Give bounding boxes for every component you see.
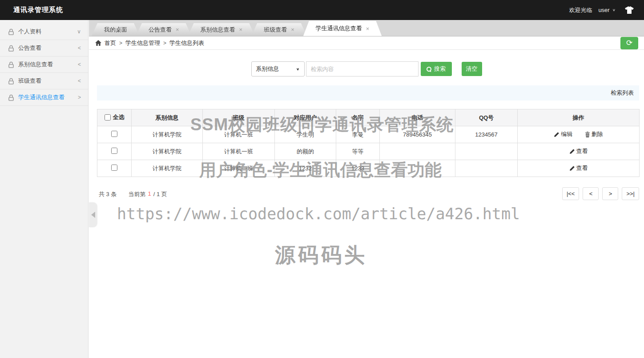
user-menu[interactable]: user ∨	[598, 7, 616, 13]
cell-qq	[455, 143, 518, 160]
cell-name: 等等	[336, 143, 380, 160]
tab-announcements[interactable]: 公告查看 ×	[136, 23, 192, 36]
pagination: 共 3 条 当前第 1 / 1 页 |<< < > >>|	[97, 187, 639, 201]
sidebar-item-student-contacts[interactable]: 学生通讯信息查看 >	[0, 89, 88, 106]
cell-phone: 789456345	[380, 126, 455, 143]
tab-label: 系别信息查看	[201, 23, 235, 36]
lock-icon	[8, 78, 14, 84]
student-table: 全选 系别信息 班级 对应用户 名字 电话 QQ号 操作 计算机学院 计算机一班	[97, 109, 640, 177]
select-all-checkbox[interactable]	[105, 114, 111, 121]
view-link[interactable]: 查看	[569, 164, 588, 172]
cell-user: 1232	[275, 160, 336, 177]
cell-name: 1233	[336, 160, 380, 177]
lock-icon	[8, 45, 14, 52]
welcome-text: 欢迎光临	[569, 6, 592, 14]
table-wrap: 全选 系别信息 班级 对应用户 名字 电话 QQ号 操作 计算机学院 计算机一班	[97, 109, 639, 177]
clear-button[interactable]: 清空	[462, 62, 482, 76]
chevron-left-icon: <	[78, 61, 81, 68]
delete-link[interactable]: 删除	[585, 130, 603, 138]
triangle-left-icon	[91, 212, 95, 218]
next-page-button[interactable]: >	[602, 187, 618, 200]
last-page-button[interactable]: >>|	[622, 187, 639, 200]
cell-dept: 计算机学院	[132, 160, 203, 177]
chevron-left-icon: <	[78, 78, 81, 84]
tab-student-contacts[interactable]: 学生通讯信息查看 ×	[303, 21, 382, 36]
tab-bar: 我的桌面 公告查看 × 系别信息查看 × 班级查看 × 学生通讯信息查看 ×	[89, 20, 644, 36]
breadcrumb-student-info-mgmt[interactable]: 学生信息管理	[125, 39, 160, 47]
select-all-cell: 全选	[97, 109, 132, 126]
cell-class: 计算机一班	[203, 126, 275, 143]
cell-class: 计算机一班	[203, 160, 275, 177]
row-checkbox[interactable]	[111, 131, 117, 137]
cell-dept: 计算机学院	[132, 143, 203, 160]
tab-my-desktop[interactable]: 我的桌面	[92, 23, 140, 36]
tab-label: 学生通讯信息查看	[316, 21, 362, 36]
breadcrumb-student-info-list[interactable]: 学生信息列表	[169, 39, 204, 47]
watermark-brand: 源码码头	[275, 241, 367, 269]
row-checkbox[interactable]	[111, 148, 117, 154]
view-label: 查看	[576, 164, 588, 172]
sidebar-item-announcements[interactable]: 公告查看 <	[0, 40, 88, 56]
breadcrumb-separator: >	[163, 40, 166, 46]
clear-button-label: 清空	[466, 65, 478, 73]
search-category-select[interactable]: 系别信息 ∨	[251, 61, 305, 76]
cell-dept: 计算机学院	[132, 126, 203, 143]
select-all-label: 全选	[113, 113, 125, 121]
search-button[interactable]: 搜索	[421, 62, 452, 76]
chevron-right-icon: >	[78, 94, 81, 101]
edit-label: 编辑	[561, 130, 572, 138]
tshirt-icon[interactable]	[624, 6, 634, 14]
current-page-prefix: 当前第	[128, 190, 145, 198]
close-icon[interactable]: ×	[291, 27, 294, 32]
tab-label: 公告查看	[149, 23, 172, 36]
edit-link[interactable]: 编辑	[554, 130, 572, 138]
sidebar-item-classes[interactable]: 班级查看 <	[0, 73, 88, 89]
col-qq: QQ号	[455, 109, 518, 126]
chevron-down-icon: ∨	[612, 8, 616, 12]
chevron-down-icon: ∨	[77, 28, 81, 35]
sidebar-item-label: 班级查看	[18, 77, 78, 85]
delete-label: 删除	[592, 130, 603, 138]
cell-qq	[455, 160, 518, 177]
tab-label: 班级查看	[264, 23, 287, 36]
pagination-buttons: |<< < > >>|	[562, 187, 639, 200]
close-icon[interactable]: ×	[176, 27, 179, 32]
sidebar-item-label: 系别信息查看	[18, 60, 78, 68]
topbar: 通讯录管理系统 欢迎光临 user ∨	[0, 0, 644, 20]
current-page-number: 1	[148, 190, 151, 198]
row-select-cell	[97, 160, 132, 177]
tab-classes[interactable]: 班级查看 ×	[251, 23, 307, 36]
col-phone: 电话	[380, 109, 455, 126]
prev-page-button[interactable]: <	[583, 187, 599, 200]
lock-icon	[8, 94, 14, 101]
cell-phone	[380, 143, 455, 160]
sidebar-item-profile[interactable]: 个人资料 ∨	[0, 24, 88, 40]
col-name: 名字	[336, 109, 380, 126]
pencil-icon	[569, 165, 575, 171]
row-select-cell	[97, 143, 132, 160]
search-input[interactable]	[306, 61, 419, 76]
sidebar-item-departments[interactable]: 系别信息查看 <	[0, 56, 88, 73]
refresh-icon: ⟳	[626, 39, 632, 47]
panel-header: 检索列表	[97, 85, 639, 101]
cell-user: 的额的	[275, 143, 336, 160]
breadcrumb-home[interactable]: 首页	[105, 39, 116, 47]
sidebar-item-label: 学生通讯信息查看	[18, 93, 78, 101]
current-page-suffix: / 1 页	[153, 190, 167, 198]
refresh-button[interactable]: ⟳	[620, 37, 638, 49]
cell-qq: 1234567	[455, 126, 518, 143]
col-dept: 系别信息	[132, 109, 203, 126]
close-icon[interactable]: ×	[239, 27, 243, 32]
view-link[interactable]: 查看	[569, 147, 588, 155]
breadcrumb: 首页 > 学生信息管理 > 学生信息列表 ⟳	[89, 36, 644, 50]
row-checkbox[interactable]	[111, 165, 117, 171]
select-value: 系别信息	[256, 65, 279, 73]
search-button-label: 搜索	[434, 65, 446, 73]
close-icon[interactable]: ×	[366, 26, 370, 32]
sidebar-collapse-handle[interactable]	[89, 202, 97, 227]
cell-name: 李曼	[336, 126, 380, 143]
table-row: 计算机学院 计算机一班 的额的 等等 查看	[97, 143, 640, 160]
tab-departments[interactable]: 系别信息查看 ×	[188, 23, 255, 36]
first-page-button[interactable]: |<<	[562, 187, 580, 200]
table-row: 计算机学院 计算机一班 1232 1233 查看	[97, 160, 640, 177]
